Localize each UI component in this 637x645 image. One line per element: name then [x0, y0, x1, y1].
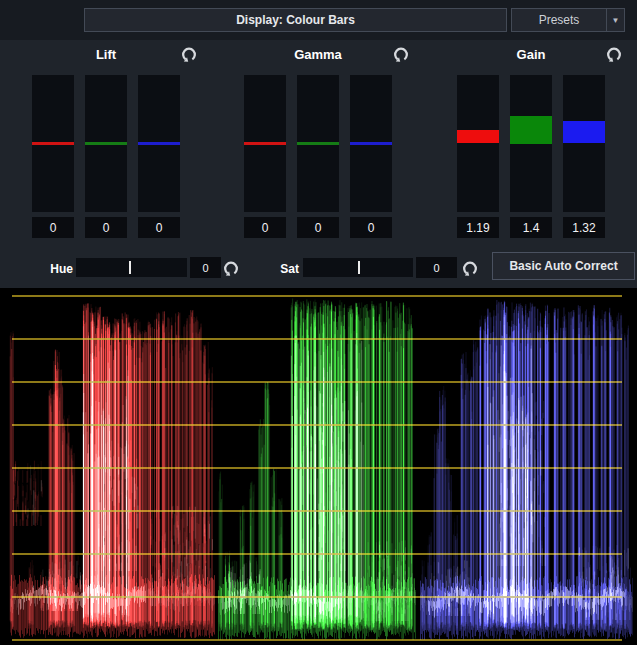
sat-reset-icon[interactable] — [461, 259, 479, 277]
gain-section: Gain 1.19 1.4 1.32 — [425, 40, 637, 248]
gamma-section: Gamma 0 0 0 — [212, 40, 424, 248]
gamma-red-value[interactable]: 0 — [244, 217, 286, 238]
gamma-blue-slider[interactable] — [350, 75, 392, 212]
top-toolbar: Display: Colour Bars Presets ▼ — [0, 0, 637, 40]
rgb-parade-scope — [0, 288, 637, 645]
chevron-down-icon: ▼ — [612, 16, 620, 25]
colour-correction-panel: Display: Colour Bars Presets ▼ Lift 0 0 … — [0, 0, 637, 645]
gamma-green-slider[interactable] — [297, 75, 339, 212]
display-mode-button[interactable]: Display: Colour Bars — [84, 8, 507, 32]
gain-blue-value[interactable]: 1.32 — [563, 217, 605, 238]
lift-green-value[interactable]: 0 — [85, 217, 127, 238]
lift-green-slider[interactable] — [85, 75, 127, 212]
lift-blue-slider[interactable] — [138, 75, 180, 212]
presets-button[interactable]: Presets ▼ — [511, 8, 625, 32]
lift-section: Lift 0 0 0 — [0, 40, 212, 248]
hue-slider-handle[interactable] — [129, 261, 131, 274]
sat-slider-handle[interactable] — [358, 261, 360, 274]
gain-reset-icon[interactable] — [605, 45, 623, 63]
hue-value[interactable]: 0 — [190, 257, 221, 278]
sat-value[interactable]: 0 — [416, 257, 457, 278]
hue-reset-icon[interactable] — [222, 259, 240, 277]
hue-slider[interactable] — [76, 258, 187, 277]
display-mode-label: Display: Colour Bars — [236, 13, 355, 27]
sat-slider[interactable] — [303, 258, 413, 277]
gain-red-value[interactable]: 1.19 — [457, 217, 499, 238]
presets-dropdown-arrow[interactable]: ▼ — [606, 9, 624, 31]
gamma-blue-value[interactable]: 0 — [350, 217, 392, 238]
presets-label: Presets — [512, 13, 606, 27]
gain-green-value[interactable]: 1.4 — [510, 217, 552, 238]
lift-reset-icon[interactable] — [180, 45, 198, 63]
hue-label: Hue — [30, 260, 73, 278]
lift-blue-value[interactable]: 0 — [138, 217, 180, 238]
gain-blue-slider[interactable] — [563, 75, 605, 212]
gamma-red-slider[interactable] — [244, 75, 286, 212]
lift-red-slider[interactable] — [32, 75, 74, 212]
lift-red-value[interactable]: 0 — [32, 217, 74, 238]
gain-green-slider[interactable] — [510, 75, 552, 212]
sat-label: Sat — [266, 260, 299, 278]
basic-auto-correct-button[interactable]: Basic Auto Correct — [492, 252, 635, 280]
basic-auto-correct-label: Basic Auto Correct — [509, 259, 617, 273]
gain-red-slider[interactable] — [457, 75, 499, 212]
gamma-reset-icon[interactable] — [392, 45, 410, 63]
gamma-green-value[interactable]: 0 — [297, 217, 339, 238]
